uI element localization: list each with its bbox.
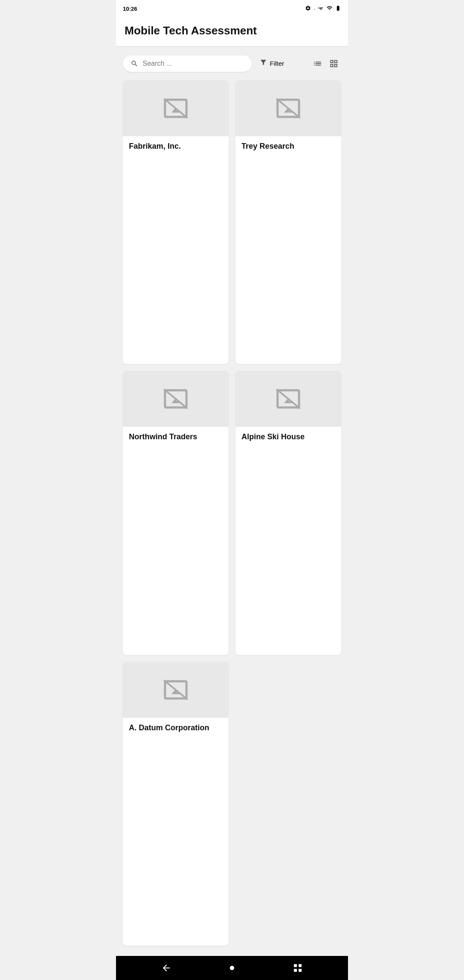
- svg-rect-9: [299, 969, 302, 972]
- card-image-northwind-traders: [123, 371, 229, 427]
- card-label-trey-research: Trey Research: [235, 136, 341, 158]
- filter-icon: [259, 58, 267, 68]
- filter-button[interactable]: Filter: [257, 55, 287, 72]
- card-a-datum-corporation[interactable]: A. Datum Corporation: [123, 662, 229, 946]
- back-button[interactable]: [154, 959, 178, 977]
- search-icon: [131, 60, 138, 67]
- card-alpine-ski-house[interactable]: Alpine Ski House: [235, 371, 341, 655]
- card-image-trey-research: [235, 80, 341, 136]
- signal-icon: [327, 5, 333, 12]
- card-northwind-traders[interactable]: Northwind Traders: [123, 371, 229, 655]
- svg-line-1: [277, 99, 300, 118]
- svg-line-2: [164, 389, 188, 409]
- card-fabrikam[interactable]: Fabrikam, Inc.: [123, 80, 229, 364]
- status-bar: 10:26 ·: [116, 0, 348, 17]
- status-icons: ·: [305, 5, 341, 12]
- card-trey-research[interactable]: Trey Research: [235, 80, 341, 364]
- status-time: 10:26: [123, 6, 137, 12]
- card-image-fabrikam: [123, 80, 229, 136]
- settings-icon: [305, 5, 311, 12]
- page-title: Mobile Tech Assessment: [125, 24, 339, 37]
- recent-button[interactable]: [286, 959, 310, 977]
- svg-line-0: [164, 99, 188, 118]
- broken-image-icon: [123, 371, 229, 427]
- search-container[interactable]: [123, 55, 252, 72]
- broken-image-icon: [123, 662, 229, 718]
- broken-image-icon: [235, 80, 341, 136]
- svg-point-5: [230, 966, 234, 970]
- card-image-alpine-ski-house: [235, 371, 341, 427]
- svg-rect-8: [294, 969, 297, 972]
- filter-label: Filter: [270, 60, 284, 67]
- bottom-navigation: [116, 956, 348, 980]
- broken-image-icon: [123, 80, 229, 136]
- card-image-a-datum-corporation: [123, 662, 229, 718]
- wifi-icon: [318, 5, 324, 12]
- svg-rect-6: [294, 964, 297, 967]
- svg-rect-7: [299, 964, 302, 967]
- svg-line-4: [164, 680, 188, 699]
- broken-image-icon: [235, 371, 341, 427]
- card-label-alpine-ski-house: Alpine Ski House: [235, 427, 341, 449]
- view-toggle: [310, 57, 341, 70]
- grid-view-button[interactable]: [327, 57, 341, 70]
- dot-icon: ·: [314, 6, 315, 12]
- toolbar: Filter: [116, 46, 348, 77]
- battery-icon: [335, 5, 341, 12]
- card-label-northwind-traders: Northwind Traders: [123, 427, 229, 449]
- list-view-button[interactable]: [310, 57, 325, 70]
- svg-line-3: [277, 389, 300, 409]
- home-button[interactable]: [220, 959, 244, 977]
- cards-grid: Fabrikam, Inc. Trey Research: [116, 77, 348, 956]
- page-header: Mobile Tech Assessment: [116, 17, 348, 46]
- search-input[interactable]: [143, 60, 244, 67]
- card-label-a-datum-corporation: A. Datum Corporation: [123, 718, 229, 740]
- card-label-fabrikam: Fabrikam, Inc.: [123, 136, 229, 158]
